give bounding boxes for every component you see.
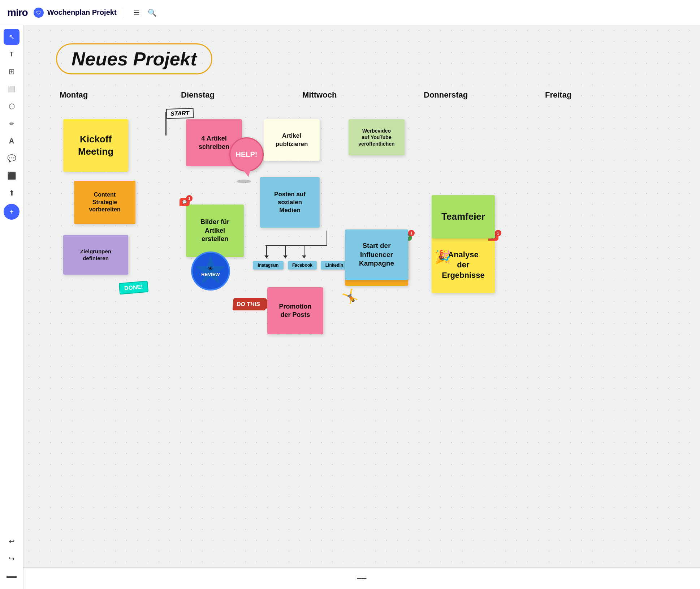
cursor-tool[interactable]: ↖	[4, 29, 20, 45]
sticky-zielgruppen[interactable]: Zielgruppendefinieren	[63, 235, 128, 275]
project-title-oval: Neues Projekt	[56, 43, 212, 74]
col-freitag: Freitag	[541, 90, 663, 100]
project-title: Neues Projekt	[72, 48, 197, 69]
col-dienstag: Dienstag	[177, 90, 299, 100]
sticky-posten[interactable]: Posten aufsozialenMedien	[260, 177, 320, 228]
sticky-influencer[interactable]: Start derInfluencerKampagne	[345, 229, 408, 280]
sticky-tool[interactable]: ⬜	[4, 81, 20, 97]
bottom-bar: ▬▬	[23, 567, 700, 589]
table-tool[interactable]: ⊞	[4, 64, 20, 79]
column-headers: Montag Dienstag Mittwoch Donnerstag Frei…	[56, 90, 663, 100]
project-title-area: Neues Projekt	[56, 43, 212, 74]
redo-tool[interactable]: ↪	[4, 551, 20, 567]
sticky-werbevideo[interactable]: Werbevideoauf YouTubeveröffentlichen	[349, 119, 405, 155]
topbar: miro 🛡 Wochenplan Projekt ☰ 🔍	[0, 0, 700, 25]
review-sticker: 👁 REVIEW	[193, 253, 229, 289]
comment-badge-bilder: 💬 1	[180, 198, 190, 206]
person-emoji: 🤸	[341, 288, 358, 304]
do-this-arrow: DO THIS	[233, 298, 265, 310]
sticky-bilder[interactable]: 💬 1 Bilder fürArtikelerstellen	[186, 205, 244, 257]
col-montag: Montag	[56, 90, 177, 100]
col-mittwoch: Mittwoch	[299, 90, 420, 100]
col-donnerstag: Donnerstag	[420, 90, 541, 100]
help-sticker: HELP!	[229, 137, 264, 183]
left-toolbar: ↖ T ⊞ ⬜ ⬡ ✏ A 💬 ⬛ ⬆ + ↩ ↪ ▬▬	[0, 25, 23, 589]
platform-linkedin[interactable]: Linkedin	[321, 261, 348, 270]
add-tool[interactable]: +	[4, 204, 20, 220]
divider	[124, 7, 124, 18]
sticky-analyse[interactable]: 💬 1 AnalysederErgebnisse	[432, 237, 495, 293]
menu-button[interactable]: ☰	[130, 6, 143, 19]
board-title: Wochenplan Projekt	[47, 8, 117, 17]
text-tool[interactable]: T	[4, 46, 20, 62]
undo-tool[interactable]: ↩	[4, 533, 20, 549]
shape-tool[interactable]: ⬡	[4, 98, 20, 114]
sticky-teamfeier[interactable]: Teamfeier	[432, 195, 495, 238]
upload-tool[interactable]: ⬆	[4, 185, 20, 201]
fireworks-emoji: 🎉	[435, 249, 451, 265]
timeline-bottom[interactable]: ▬▬	[354, 570, 370, 586]
timeline-tool[interactable]: ▬▬	[4, 568, 20, 584]
pen-tool[interactable]: ✏	[4, 116, 20, 132]
platform-facebook[interactable]: Facebook	[288, 261, 317, 270]
sticky-artikel-pub[interactable]: Artikelpublizieren	[264, 119, 320, 161]
connector-tool[interactable]: A	[4, 133, 20, 149]
done-sticker: DONE!	[119, 281, 148, 295]
branch-arrows	[284, 231, 345, 258]
frame-tool[interactable]: ⬛	[4, 168, 20, 184]
search-button[interactable]: 🔍	[146, 6, 159, 19]
platform-instagram[interactable]: Instagram	[253, 261, 284, 270]
sticky-content-strategie[interactable]: ContentStrategievorbereiten	[74, 181, 135, 224]
sticky-kickoff[interactable]: KickoffMeeting	[63, 119, 128, 172]
comment-tool[interactable]: 💬	[4, 150, 20, 166]
miro-logo: miro	[7, 7, 28, 18]
canvas: Neues Projekt Montag Dienstag Mittwoch D…	[23, 25, 700, 589]
shield-icon: 🛡	[34, 8, 44, 18]
sticky-promotion[interactable]: Promotionder Posts	[267, 287, 323, 334]
